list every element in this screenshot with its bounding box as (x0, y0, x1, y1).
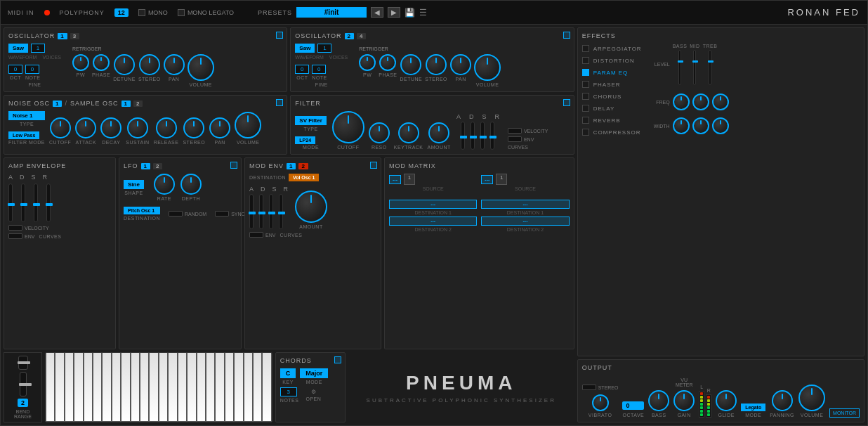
white-key[interactable] (112, 353, 121, 422)
eq-width2-knob[interactable] (692, 117, 709, 134)
polyphony-value[interactable]: 12 (114, 8, 129, 17)
osc2-pan[interactable] (450, 54, 471, 75)
output-panning[interactable] (772, 390, 793, 411)
white-key[interactable] (121, 353, 130, 422)
output-vibrato[interactable] (592, 394, 609, 411)
osc1-voices[interactable]: 1 (31, 44, 45, 53)
white-key[interactable] (197, 353, 206, 422)
osc1-corner[interactable] (276, 32, 283, 39)
noise-filter-mode[interactable]: Low Pass (8, 131, 39, 139)
mono-legato-toggle[interactable]: MONO LEGATO (178, 9, 234, 16)
mod-attack-slider[interactable] (249, 194, 254, 229)
osc2-detune[interactable] (400, 54, 421, 75)
effect-arpeggiator[interactable]: ARPEGGIATOR (582, 44, 642, 53)
white-key[interactable] (215, 353, 224, 422)
arpeggiator-checkbox[interactable] (582, 45, 589, 52)
effect-delay[interactable]: DELAY (582, 103, 642, 113)
filter-env-box[interactable] (508, 136, 522, 142)
noise-stereo[interactable] (183, 117, 204, 138)
mod-env-amount[interactable] (295, 191, 327, 223)
filter-reso[interactable] (369, 122, 390, 143)
osc2-corner[interactable] (563, 32, 570, 39)
lfo-destination[interactable]: Pitch Osc 1 (124, 207, 160, 214)
noise-release[interactable] (156, 117, 177, 138)
filter-velocity-box[interactable] (508, 128, 522, 134)
osc1-note[interactable]: 0 (25, 65, 39, 74)
noise-decay[interactable] (100, 117, 121, 138)
amp-decay-slider[interactable] (21, 183, 25, 222)
amp-velocity-toggle[interactable]: VELOCITY (8, 225, 49, 231)
effect-param-eq[interactable]: PARAM EQ (582, 67, 642, 77)
white-key[interactable] (131, 353, 140, 422)
mod-env-destination[interactable]: Vol Osc 1 (289, 174, 319, 181)
output-octave-value[interactable]: 0 (622, 401, 644, 410)
white-key[interactable] (149, 353, 158, 422)
filter-corner[interactable] (563, 99, 570, 106)
mod-slider[interactable] (20, 372, 27, 396)
mod-env-corner[interactable] (370, 162, 377, 169)
lfo-sync-toggle[interactable]: SYNC (215, 211, 244, 217)
lfo-corner[interactable] (230, 162, 237, 169)
white-key[interactable] (187, 353, 196, 422)
osc2-waveform[interactable]: Saw (295, 44, 315, 53)
white-key[interactable] (84, 353, 93, 422)
lfo-rate[interactable] (154, 174, 175, 195)
output-gain[interactable] (673, 390, 695, 411)
osc2-phase[interactable] (379, 54, 396, 71)
noise-type[interactable]: Noise 1 (8, 111, 45, 120)
mono-legato-checkbox[interactable] (178, 9, 185, 16)
mod-source1[interactable]: --- (389, 175, 401, 184)
menu-icon[interactable]: ☰ (419, 8, 427, 18)
osc2-voices[interactable]: 1 (317, 44, 331, 53)
amp-release-slider[interactable] (46, 183, 51, 222)
eq-width3-knob[interactable] (712, 117, 729, 134)
mod-dest1-1[interactable]: --- (389, 200, 477, 209)
white-key[interactable] (140, 353, 149, 422)
lfo-shape[interactable]: Sine (124, 180, 144, 189)
lfo-random-toggle[interactable]: RANDOM (169, 211, 206, 217)
compressor-checkbox[interactable] (582, 129, 589, 136)
mod-dest2-1[interactable]: --- (389, 217, 477, 226)
eq-freq2-knob[interactable] (692, 93, 709, 110)
distortion-checkbox[interactable] (582, 57, 589, 64)
osc2-stereo[interactable] (426, 54, 447, 75)
osc2-note[interactable]: 0 (312, 65, 326, 74)
mod-src2-num[interactable]: 1 (496, 174, 507, 185)
noise-sustain[interactable] (127, 117, 148, 138)
preset-next-button[interactable]: ▶ (388, 7, 400, 18)
amp-env-toggle[interactable]: ENV (8, 233, 34, 239)
mod-dest1-2[interactable]: --- (481, 200, 569, 209)
osc1-stereo[interactable] (139, 54, 160, 75)
osc1-detune[interactable] (114, 54, 135, 75)
eq-bass-slider[interactable] (678, 50, 681, 85)
osc1-pan[interactable] (164, 54, 185, 75)
noise-attack[interactable] (75, 117, 96, 138)
mono-toggle[interactable]: MONO (138, 9, 168, 16)
chords-corner[interactable] (334, 356, 341, 363)
stereo-toggle[interactable] (582, 385, 596, 390)
eq-width-knob[interactable] (673, 117, 690, 134)
white-key[interactable] (65, 353, 74, 422)
piano-keyboard[interactable] (45, 352, 272, 422)
param-eq-checkbox[interactable] (582, 69, 589, 76)
delay-checkbox[interactable] (582, 105, 589, 112)
eq-mid-slider[interactable] (693, 50, 696, 85)
white-key[interactable] (178, 353, 187, 422)
preset-prev-button[interactable]: ◀ (371, 7, 383, 18)
osc1-pw[interactable] (72, 54, 89, 71)
mod-dest2-2[interactable]: --- (481, 217, 569, 226)
white-key[interactable] (55, 353, 64, 422)
monitor-button[interactable]: MONITOR (829, 408, 860, 418)
phaser-checkbox[interactable] (582, 81, 589, 88)
filter-env-toggle[interactable]: ENV (508, 136, 548, 142)
mod-src1-num[interactable]: 1 (404, 174, 415, 185)
noise-pan[interactable] (209, 117, 230, 138)
osc1-waveform[interactable]: Saw (8, 44, 28, 53)
output-glide[interactable] (716, 390, 737, 411)
eq-freq3-knob[interactable] (712, 93, 729, 110)
output-mode[interactable]: Legato (741, 404, 765, 411)
osc2-pw[interactable] (359, 54, 376, 71)
mod-source2[interactable]: --- (481, 175, 493, 184)
eq-treb-slider[interactable] (709, 50, 711, 85)
chords-notes[interactable]: 3 (280, 387, 297, 396)
